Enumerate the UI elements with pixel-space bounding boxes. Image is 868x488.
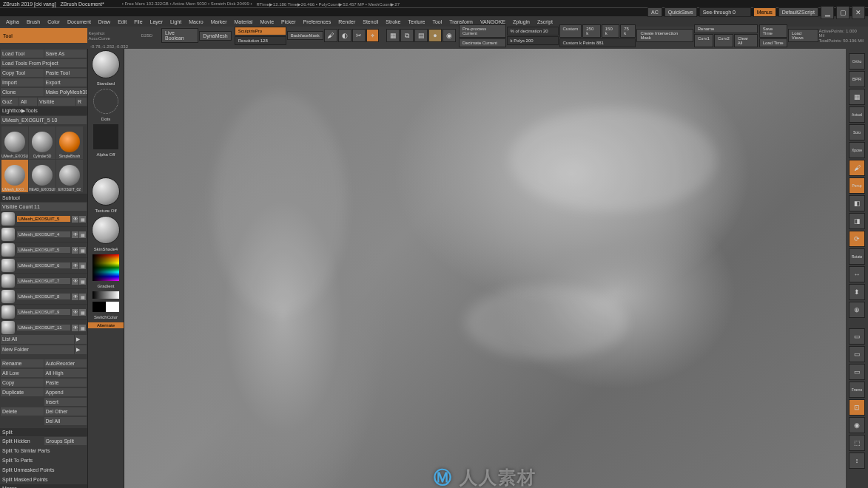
clone-btn[interactable]: Clone bbox=[1, 88, 44, 96]
splithidden-btn[interactable]: Split Hidden bbox=[1, 437, 44, 445]
gradient-label[interactable]: Gradient bbox=[97, 284, 114, 288]
current-tool[interactable]: UMesh_EXOSUIT_5 10 bbox=[1, 116, 87, 124]
menu-item[interactable]: Color bbox=[47, 19, 60, 24]
spiral-icon[interactable]: ◉ bbox=[443, 29, 456, 42]
preprocess-btn[interactable]: Pre-process Current bbox=[459, 24, 506, 38]
xpose-icon[interactable]: Xpose bbox=[849, 142, 865, 158]
subtool-row[interactable]: UMesh_EXOSUIT_4👁▦ bbox=[0, 227, 87, 243]
box-icon[interactable]: ⬚ bbox=[849, 435, 865, 451]
menu-item[interactable]: Zplugin bbox=[513, 19, 530, 24]
swatches[interactable] bbox=[92, 302, 119, 312]
loadtime-btn[interactable]: Load Time bbox=[759, 38, 787, 47]
menu-item[interactable]: Light bbox=[170, 19, 181, 24]
color-picker[interactable] bbox=[92, 254, 119, 281]
backface-btn[interactable]: BackfaceMask bbox=[287, 31, 323, 40]
menu-item[interactable]: Picker bbox=[281, 19, 295, 24]
folder-arrow[interactable]: ▶ bbox=[75, 345, 87, 354]
curv1-btn[interactable]: Curv1 bbox=[694, 34, 713, 47]
lightbox-tools[interactable]: Lightbox▶Tools bbox=[0, 106, 87, 115]
delother-btn[interactable]: Del Other bbox=[44, 407, 87, 416]
k150-btn[interactable]: 150 k bbox=[602, 24, 619, 38]
all-btn[interactable]: All bbox=[19, 98, 37, 106]
goz-btn[interactable]: GoZ bbox=[1, 98, 18, 106]
delete-btn[interactable]: Delete bbox=[1, 407, 44, 416]
rotate-icon[interactable]: ⟳ bbox=[849, 231, 865, 247]
rename-btn[interactable]: Rename bbox=[694, 24, 758, 33]
dynamesh-btn[interactable]: DynaMesh bbox=[199, 31, 231, 41]
menu-item[interactable]: Stroke bbox=[386, 19, 400, 24]
target-icon[interactable]: ◉ bbox=[849, 417, 865, 433]
splitmasked-btn[interactable]: Split Masked Points bbox=[1, 475, 87, 484]
doc2-icon[interactable]: ▭ bbox=[849, 346, 865, 362]
menu-item[interactable]: Layer bbox=[150, 19, 164, 24]
tool-thumb[interactable]: UMesh_EXOSUIT bbox=[1, 126, 28, 159]
menus-button[interactable]: Menus bbox=[753, 7, 776, 17]
menu-item[interactable]: Brush bbox=[27, 19, 40, 24]
localsym-icon[interactable]: ◨ bbox=[849, 213, 865, 229]
menu-item[interactable]: Document bbox=[67, 19, 91, 24]
pct-decimation[interactable]: % of decimation 20 bbox=[507, 27, 559, 35]
k75-btn[interactable]: 75 k bbox=[620, 24, 636, 38]
copy2-btn[interactable]: Copy bbox=[1, 379, 44, 387]
paint-icon[interactable]: ▦ bbox=[79, 216, 86, 223]
texture-ball[interactable] bbox=[92, 177, 120, 206]
doc-icon[interactable]: ▭ bbox=[849, 328, 865, 345]
menu-item[interactable]: Movie bbox=[260, 19, 274, 24]
seethrough-slider[interactable]: See-through 0 bbox=[699, 7, 751, 17]
tool-thumb[interactable]: SimpleBrush bbox=[56, 126, 83, 159]
splitsim-btn[interactable]: Split To Similar Parts bbox=[1, 447, 87, 455]
menu-item[interactable]: Render bbox=[338, 19, 355, 24]
quicksave-button[interactable]: QuickSave bbox=[665, 7, 697, 17]
decimate-btn[interactable]: Decimate Current bbox=[459, 38, 506, 47]
subtool-header[interactable]: Subtool bbox=[0, 194, 87, 202]
delall-btn[interactable]: Del All bbox=[44, 417, 87, 425]
menu-item[interactable]: Marker bbox=[211, 19, 227, 24]
accucurve-btn[interactable]: AccuCurve bbox=[89, 36, 110, 41]
menu-item[interactable]: Material bbox=[234, 19, 252, 24]
tool-thumb[interactable]: EXOSUIT_02 bbox=[56, 160, 83, 192]
splitunmasked-btn[interactable]: Split Unmasked Points bbox=[1, 466, 87, 474]
save-as-btn[interactable]: Save As bbox=[44, 50, 87, 58]
visible-count[interactable]: Visible Count 11 bbox=[1, 203, 87, 211]
win-close-icon[interactable]: ✕ bbox=[852, 6, 865, 19]
clearall-btn[interactable]: Clear All bbox=[734, 34, 758, 47]
draw-icon[interactable]: 🖌 bbox=[849, 160, 865, 176]
default-script[interactable]: DefaultZScript bbox=[778, 7, 818, 17]
group-icon[interactable]: ▦ bbox=[386, 29, 400, 42]
subtool-row[interactable]: UMesh_EXOSUIT_8👁▦ bbox=[0, 289, 87, 305]
brush-ball[interactable] bbox=[92, 50, 120, 78]
splitparts-btn[interactable]: Split To Parts bbox=[1, 456, 87, 464]
ac-button[interactable]: AC bbox=[647, 7, 662, 17]
sculptris-btn[interactable]: SculptrisPro bbox=[235, 27, 286, 35]
tool-thumb[interactable]: UMesh_EXO… bbox=[1, 160, 28, 192]
vert-icon[interactable]: ↕ bbox=[849, 453, 865, 469]
ortho-icon[interactable]: Ortho bbox=[849, 53, 865, 70]
menu-item[interactable]: Stencil bbox=[363, 19, 378, 24]
keyshot-btn[interactable]: Keyshot bbox=[89, 31, 110, 35]
insert-btn[interactable]: Insert bbox=[44, 398, 87, 406]
kpolys[interactable]: k Polys 200 bbox=[507, 36, 559, 45]
alpha-thumb[interactable] bbox=[93, 124, 118, 149]
switchcolor-btn[interactable]: SwitchColor bbox=[94, 315, 118, 319]
load-from-project-btn[interactable]: Load Tools From Project bbox=[1, 59, 87, 67]
zoom-icon[interactable]: ⊕ bbox=[849, 302, 865, 318]
menu-item[interactable]: Tool bbox=[432, 19, 442, 24]
trim-icon[interactable]: ✂ bbox=[352, 29, 366, 42]
subtool-row[interactable]: UMesh_EXOSUIT_11👁▦ bbox=[0, 320, 87, 334]
loadviews-btn[interactable]: Load Views bbox=[788, 29, 818, 42]
actual-icon[interactable]: Actual bbox=[849, 106, 865, 123]
brush-icon[interactable]: 🖌 bbox=[324, 29, 337, 42]
copy-tool-btn[interactable]: Copy Tool bbox=[1, 69, 44, 77]
visible-btn[interactable]: Visible bbox=[38, 98, 75, 106]
duplicate-btn[interactable]: Duplicate bbox=[1, 388, 44, 396]
tool-thumb[interactable]: HEAD_EXOSUIT bbox=[29, 160, 55, 192]
menu-item[interactable]: VANGOKE bbox=[480, 19, 505, 24]
import-btn[interactable]: Import bbox=[1, 78, 44, 87]
export-btn[interactable]: Export bbox=[44, 78, 87, 87]
subtool-row[interactable]: UMesh_EXOSUIT_5👁▦ bbox=[0, 243, 87, 258]
doc3-icon[interactable]: ▭ bbox=[849, 364, 865, 380]
groupsplit-btn[interactable]: Groups Split bbox=[44, 437, 87, 445]
subtool-row[interactable]: UMesh_EXOSUIT_5👁▦ bbox=[0, 211, 87, 227]
bpr-icon[interactable]: BPR bbox=[849, 71, 865, 87]
menu-item[interactable]: Macro bbox=[189, 19, 203, 24]
